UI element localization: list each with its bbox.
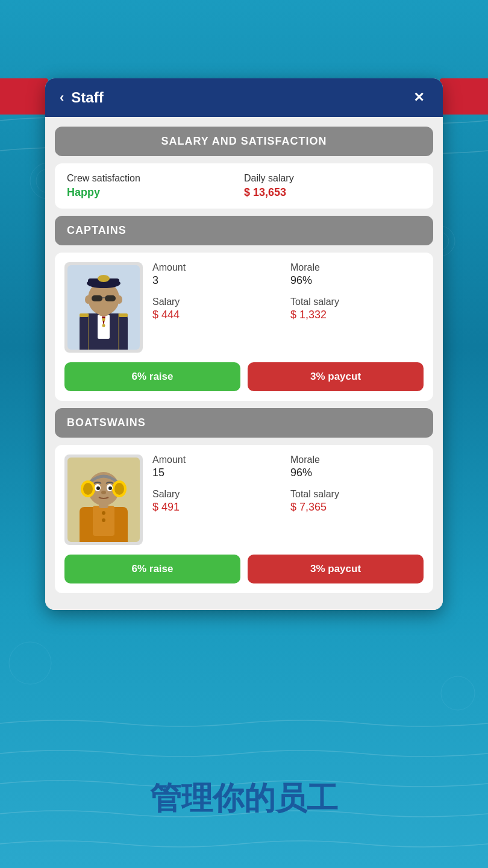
staff-modal: ‹ Staff ✕ SALARY AND SATISFACTION Crew s… — [45, 78, 443, 610]
captain-morale: Morale 96% — [290, 262, 424, 287]
svg-point-38 — [102, 511, 105, 515]
captains-section-title: CAPTAINS — [67, 224, 127, 236]
bottom-chinese-text: 管理你的员工 — [0, 778, 488, 820]
close-button[interactable]: ✕ — [409, 88, 428, 107]
daily-salary-col: Daily salary $ 13,653 — [244, 173, 421, 199]
captain-morale-label: Morale — [290, 262, 424, 273]
back-arrow-icon: ‹ — [60, 91, 64, 104]
modal-body: SALARY AND SATISFACTION Crew satisfactio… — [45, 117, 443, 610]
boatswains-card: Amount 15 Morale 96% Salary $ 491 Total … — [55, 445, 433, 593]
boatswain-amount: Amount 15 — [152, 454, 286, 479]
crew-satisfaction-label: Crew satisfaction — [67, 173, 244, 184]
boatswains-section-title: BOATSWAINS — [67, 417, 146, 429]
svg-rect-10 — [80, 313, 89, 317]
captain-amount: Amount 3 — [152, 262, 286, 287]
svg-point-21 — [116, 295, 122, 304]
boatswain-salary-label: Salary — [152, 489, 286, 500]
boatswain-total-salary: Total salary $ 7,365 — [290, 489, 424, 514]
boatswain-morale-label: Morale — [290, 454, 424, 465]
captain-amount-label: Amount — [152, 262, 286, 273]
boatswain-salary-value: $ 491 — [152, 501, 286, 514]
svg-point-35 — [96, 486, 100, 490]
svg-point-20 — [85, 295, 91, 304]
crew-satisfaction-value: Happy — [67, 186, 244, 199]
svg-point-22 — [102, 318, 105, 321]
boatswain-amount-value: 15 — [152, 467, 286, 479]
crew-satisfaction-col: Crew satisfaction Happy — [67, 173, 244, 199]
captain-avatar — [64, 262, 143, 353]
captain-btn-row: 6% raise 3% paycut — [64, 362, 424, 391]
svg-point-36 — [108, 486, 112, 490]
svg-rect-17 — [92, 295, 102, 301]
captain-raise-button[interactable]: 6% raise — [64, 362, 240, 391]
captains-card: Amount 3 Morale 96% Salary $ 444 Total s… — [55, 253, 433, 401]
captain-amount-value: 3 — [152, 274, 286, 287]
boatswain-raise-button[interactable]: 6% raise — [64, 555, 240, 583]
salary-section-title: SALARY AND SATISFACTION — [161, 135, 327, 147]
captain-total-salary-value: $ 1,332 — [290, 309, 424, 321]
boatswain-total-salary-value: $ 7,365 — [290, 501, 424, 514]
boatswain-paycut-button[interactable]: 3% paycut — [248, 555, 424, 583]
boatswain-total-salary-label: Total salary — [290, 489, 424, 500]
svg-point-37 — [101, 491, 106, 494]
svg-point-16 — [98, 275, 110, 282]
modal-header: ‹ Staff ✕ — [45, 78, 443, 117]
captain-morale-value: 96% — [290, 274, 424, 287]
svg-point-32 — [114, 483, 124, 495]
captain-paycut-button[interactable]: 3% paycut — [248, 362, 424, 391]
captain-total-salary: Total salary $ 1,332 — [290, 297, 424, 321]
boatswain-morale: Morale 96% — [290, 454, 424, 479]
svg-point-39 — [102, 518, 105, 522]
boatswain-amount-label: Amount — [152, 454, 286, 465]
salary-card: Crew satisfaction Happy Daily salary $ 1… — [55, 163, 433, 209]
boatswain-morale-value: 96% — [290, 467, 424, 479]
captain-total-salary-label: Total salary — [290, 297, 424, 307]
svg-rect-11 — [119, 313, 128, 317]
boatswain-stats: Amount 15 Morale 96% Salary $ 491 Total … — [152, 454, 424, 514]
svg-point-30 — [83, 483, 93, 495]
red-stripe-left — [0, 78, 48, 115]
back-button[interactable]: ‹ Staff — [60, 89, 104, 106]
daily-salary-value: $ 13,653 — [244, 186, 421, 199]
captain-salary-label: Salary — [152, 297, 286, 307]
salary-section-header: SALARY AND SATISFACTION — [55, 127, 433, 156]
captain-stats: Amount 3 Morale 96% Salary $ 444 Total s… — [152, 262, 424, 321]
boatswain-avatar — [64, 454, 143, 545]
captain-salary-value: $ 444 — [152, 309, 286, 321]
svg-rect-18 — [105, 295, 116, 301]
captain-salary: Salary $ 444 — [152, 297, 286, 321]
boatswain-btn-row: 6% raise 3% paycut — [64, 555, 424, 583]
boatswains-section-header: BOATSWAINS — [55, 408, 433, 438]
captains-section-header: CAPTAINS — [55, 216, 433, 245]
boatswain-salary: Salary $ 491 — [152, 489, 286, 514]
svg-point-23 — [102, 324, 105, 327]
modal-title: Staff — [71, 89, 103, 106]
daily-salary-label: Daily salary — [244, 173, 421, 184]
red-stripe-right — [440, 78, 488, 115]
